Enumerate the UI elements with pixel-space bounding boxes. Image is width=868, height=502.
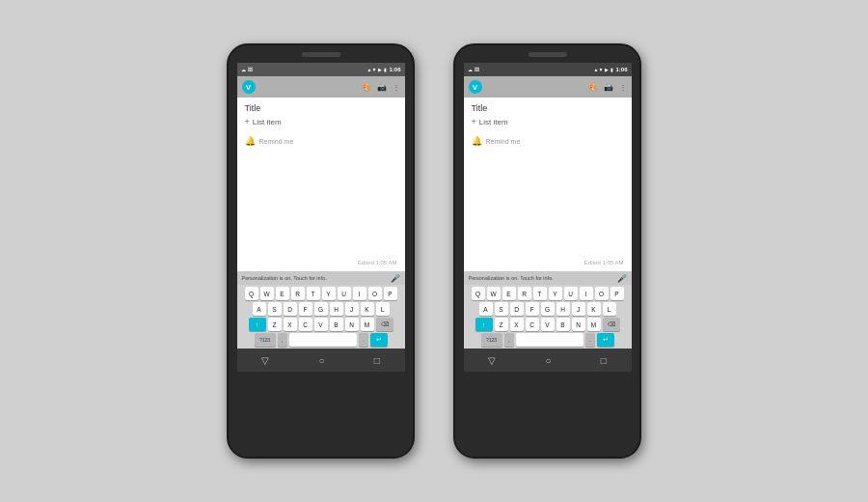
app-icon-right[interactable]: V — [469, 80, 482, 94]
key-n-left[interactable]: N — [345, 318, 359, 331]
key-g-left[interactable]: G — [314, 302, 328, 316]
phone-bottom-left — [229, 372, 413, 457]
key-d-right[interactable]: D — [510, 302, 524, 316]
palette-icon-right[interactable]: 🎨 — [588, 83, 598, 92]
nav-home-left[interactable]: ○ — [318, 355, 324, 366]
key-d-left[interactable]: D — [284, 302, 297, 316]
phone-bottom-right — [455, 372, 639, 457]
key-s-right[interactable]: S — [495, 302, 508, 316]
key-r-left[interactable]: R — [291, 287, 305, 300]
key-l-right[interactable]: L — [603, 302, 616, 316]
key-delete-left[interactable]: ⌫ — [376, 318, 393, 331]
key-u-left[interactable]: U — [338, 287, 351, 300]
more-icon-left[interactable]: ⋮ — [393, 83, 400, 92]
key-b-left[interactable]: B — [330, 318, 343, 331]
key-i-left[interactable]: I — [353, 287, 366, 300]
phone-right: ☁ 🖼 ▲▼ ▶ ▮ 1:06 V 🎨 📷 ⋮ — [453, 43, 641, 459]
key-h-right[interactable]: H — [556, 302, 570, 316]
key-enter-right[interactable]: ↵ — [597, 333, 614, 347]
key-k-left[interactable]: K — [361, 302, 374, 316]
key-g-right[interactable]: G — [541, 302, 555, 316]
key-123-left[interactable]: ?123 — [255, 333, 276, 347]
key-a-left[interactable]: A — [253, 302, 266, 316]
key-e-left[interactable]: E — [276, 287, 289, 300]
key-shift-right[interactable]: ↑ — [475, 318, 493, 331]
note-list-item-right[interactable]: + List item — [472, 117, 624, 126]
key-q-left[interactable]: Q — [245, 287, 258, 300]
battery-icon-right: ▮ — [610, 67, 613, 72]
key-c-left[interactable]: C — [299, 318, 312, 331]
key-space-right[interactable] — [516, 333, 583, 347]
camera-icon-right[interactable]: 📷 — [604, 83, 613, 92]
key-f-left[interactable]: F — [299, 302, 312, 316]
key-j-right[interactable]: J — [572, 302, 585, 316]
key-p-left[interactable]: P — [384, 287, 397, 300]
nav-home-right[interactable]: ○ — [545, 355, 551, 366]
status-icons-right: ☁ 🖼 — [468, 67, 479, 72]
key-e-right[interactable]: E — [502, 287, 516, 300]
key-t-right[interactable]: T — [533, 287, 547, 300]
key-t-left[interactable]: T — [307, 287, 320, 300]
key-p-right[interactable]: P — [610, 287, 624, 300]
key-123-right[interactable]: ?123 — [481, 333, 502, 347]
key-period-left[interactable]: . — [359, 333, 368, 347]
remind-row-left[interactable]: 🔔 Remind me — [245, 136, 397, 146]
key-n-right[interactable]: N — [572, 318, 585, 331]
mic-icon-left[interactable]: 🎤 — [391, 274, 400, 283]
key-h-left[interactable]: H — [330, 302, 343, 316]
key-a-right[interactable]: A — [479, 302, 493, 316]
key-period-right[interactable]: . — [585, 333, 595, 347]
key-b-right[interactable]: B — [556, 318, 570, 331]
key-l-left[interactable]: L — [376, 302, 390, 316]
key-f-right[interactable]: F — [526, 302, 539, 316]
key-comma-left[interactable]: , — [278, 333, 287, 347]
personalization-bar-right[interactable]: Personalization is on. Touch for info. 🎤 — [464, 271, 632, 285]
key-y-left[interactable]: Y — [322, 287, 336, 300]
key-k-right[interactable]: K — [587, 302, 601, 316]
camera-icon-left[interactable]: 📷 — [377, 83, 387, 92]
nav-recent-left[interactable]: □ — [374, 355, 380, 366]
key-i-right[interactable]: I — [580, 287, 593, 300]
nav-recent-right[interactable]: □ — [601, 355, 607, 366]
key-u-right[interactable]: U — [564, 287, 578, 300]
key-o-left[interactable]: O — [368, 287, 382, 300]
key-o-right[interactable]: O — [595, 287, 609, 300]
personalization-bar-left[interactable]: Personalization is on. Touch for info. 🎤 — [237, 271, 405, 285]
key-c-right[interactable]: C — [526, 318, 539, 331]
key-shift-left[interactable]: ↑ — [249, 318, 266, 331]
key-y-right[interactable]: Y — [549, 287, 562, 300]
key-m-right[interactable]: M — [587, 318, 601, 331]
note-title-left[interactable]: Title — [245, 103, 397, 113]
nav-back-left[interactable]: ▽ — [261, 355, 269, 366]
mic-icon-right[interactable]: 🎤 — [617, 274, 627, 283]
key-row-3-right: ↑ Z X C V B N M ⌫ — [466, 318, 630, 331]
app-icon-left[interactable]: V — [242, 80, 256, 94]
key-x-left[interactable]: X — [284, 318, 297, 331]
note-title-right[interactable]: Title — [472, 103, 624, 113]
key-j-left[interactable]: J — [345, 302, 359, 316]
status-time-right: 1:06 — [615, 67, 627, 72]
key-r-right[interactable]: R — [518, 287, 531, 300]
key-s-left[interactable]: S — [268, 302, 282, 316]
wifi-icon: ▶ — [378, 67, 382, 72]
key-row-4-left: ?123 , . ↵ — [239, 333, 403, 347]
key-x-right[interactable]: X — [510, 318, 524, 331]
key-v-left[interactable]: V — [314, 318, 328, 331]
note-list-item-left[interactable]: + List item — [245, 117, 397, 126]
key-space-left[interactable] — [289, 333, 357, 347]
key-delete-right[interactable]: ⌫ — [603, 318, 620, 331]
key-q-right[interactable]: Q — [472, 287, 485, 300]
key-comma-right[interactable]: , — [504, 333, 514, 347]
key-z-right[interactable]: Z — [495, 318, 508, 331]
phone-left-outer: ☁ 🖼 ▲▼ ▶ ▮ 1:06 V 🎨 📷 ⋮ — [227, 43, 415, 459]
remind-row-right[interactable]: 🔔 Remind me — [472, 136, 624, 146]
key-z-left[interactable]: Z — [268, 318, 282, 331]
palette-icon-left[interactable]: 🎨 — [362, 83, 371, 92]
nav-back-right[interactable]: ▽ — [488, 355, 496, 366]
key-enter-left[interactable]: ↵ — [370, 333, 388, 347]
more-icon-right[interactable]: ⋮ — [619, 83, 627, 92]
key-w-left[interactable]: W — [260, 287, 274, 300]
key-v-right[interactable]: V — [541, 318, 555, 331]
key-m-left[interactable]: M — [361, 318, 374, 331]
key-w-right[interactable]: W — [487, 287, 501, 300]
